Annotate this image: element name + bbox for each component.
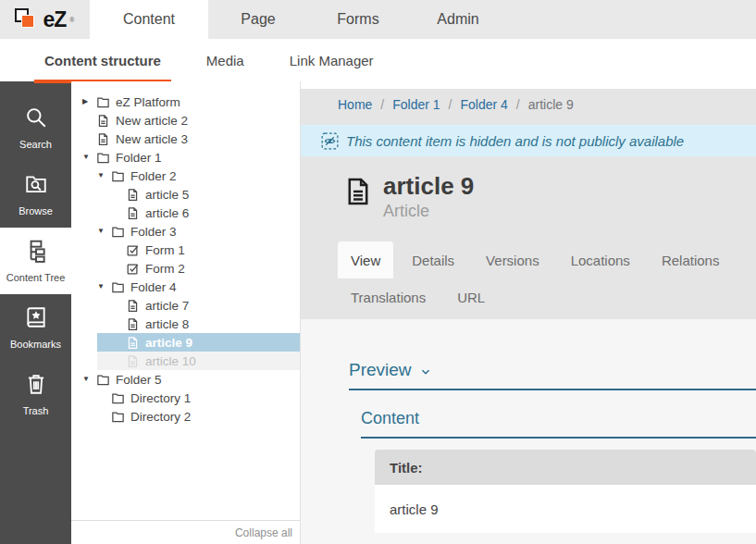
page-header-block: Home/Folder 1/Folder 4/article 9 This co…	[301, 89, 756, 319]
content-type-label: Article	[383, 202, 474, 221]
article-icon	[126, 354, 140, 368]
top-tab-page[interactable]: Page	[208, 0, 308, 39]
tree-item-article-9[interactable]: article 9	[97, 333, 300, 352]
tree-item-new-article-3[interactable]: New article 3	[82, 130, 300, 148]
tree-item-label: Folder 5	[116, 373, 162, 387]
ez-platform-admin-app: eZ ® ContentPageFormsAdmin Content struc…	[0, 0, 756, 544]
top-tab-content[interactable]: Content	[90, 0, 208, 39]
folder-icon	[96, 95, 110, 109]
tree-item-article-10[interactable]: article 10	[97, 352, 300, 370]
sidebar-item-trash[interactable]: Trash	[0, 361, 71, 427]
form-icon	[126, 243, 140, 257]
folder-icon	[96, 373, 110, 387]
article-icon	[96, 114, 110, 128]
expand-arrow-icon[interactable]: ▶	[82, 93, 96, 111]
tree-item-label: article 7	[145, 299, 189, 313]
tree-item-article-5[interactable]: article 5	[97, 185, 300, 204]
tree-item-label: article 6	[145, 206, 189, 220]
collapse-arrow-icon[interactable]: ▼	[82, 370, 96, 389]
left-sidebar: SearchBrowseContent TreeBookmarksTrash	[0, 81, 71, 544]
tab-view[interactable]: View	[338, 241, 393, 278]
folder-icon	[111, 169, 125, 183]
hidden-eye-icon	[321, 132, 339, 150]
field-value-title: article 9	[375, 485, 756, 533]
article-icon	[342, 173, 374, 221]
main-top-gap	[301, 81, 756, 89]
content-title-area: article 9 Article	[301, 156, 756, 221]
breadcrumb-link-home[interactable]: Home	[338, 97, 372, 112]
tab-details[interactable]: Details	[399, 241, 467, 278]
tree-item-new-article-2[interactable]: New article 2	[82, 111, 300, 130]
tree-item-folder-4[interactable]: ▼Folder 4	[82, 278, 300, 296]
tree-item-label: article 8	[145, 317, 189, 331]
sub-tab-link-manager[interactable]: Link Manager	[279, 39, 384, 81]
tree-item-form-1[interactable]: Form 1	[97, 241, 300, 259]
top-tab-admin[interactable]: Admin	[408, 0, 508, 39]
article-icon	[126, 299, 140, 313]
tree-item-folder-3[interactable]: ▼Folder 3	[82, 222, 300, 241]
tree-item-article-6[interactable]: article 6	[97, 204, 300, 222]
tree-item-label: New article 3	[116, 132, 188, 146]
breadcrumb-current: article 9	[528, 97, 574, 112]
breadcrumb-separator: /	[516, 97, 520, 112]
collapse-arrow-icon[interactable]: ▼	[82, 148, 96, 167]
breadcrumb-link-folder-1[interactable]: Folder 1	[392, 97, 440, 112]
tree-item-folder-2[interactable]: ▼Folder 2	[82, 167, 300, 185]
sidebar-item-label: Trash	[23, 405, 49, 416]
sidebar-item-bookmarks[interactable]: Bookmarks	[0, 294, 71, 361]
sub-nav-tabs: Content structureMediaLink Manager	[0, 39, 756, 81]
article-icon	[126, 317, 140, 331]
content-tree-icon	[24, 239, 48, 266]
preview-section-toggle[interactable]: Preview	[349, 360, 756, 380]
tab-versions[interactable]: Versions	[473, 241, 552, 278]
tree-item-label: article 9	[145, 336, 192, 350]
collapse-arrow-icon[interactable]: ▼	[97, 222, 111, 241]
tree-item-ez-platform[interactable]: ▶eZ Platform	[82, 93, 300, 111]
tree-item-label: Directory 1	[130, 391, 191, 405]
tree-item-label: New article 2	[116, 114, 188, 128]
sidebar-item-browse[interactable]: Browse	[0, 161, 71, 228]
article-icon	[126, 336, 140, 350]
breadcrumb: Home/Folder 1/Folder 4/article 9	[301, 89, 756, 119]
sidebar-item-search[interactable]: Search	[0, 94, 71, 161]
tree-item-directory-1[interactable]: Directory 1	[82, 389, 300, 407]
tree-item-label: Folder 4	[130, 280, 177, 294]
tab-relations[interactable]: Relations	[649, 241, 733, 278]
chevron-down-icon	[419, 365, 432, 378]
sub-tab-media[interactable]: Media	[196, 39, 254, 81]
tree-item-label: Folder 3	[130, 225, 177, 239]
tree-item-article-8[interactable]: article 8	[97, 315, 300, 333]
tab-translations[interactable]: Translations	[338, 278, 439, 315]
sub-tab-content-structure[interactable]: Content structure	[34, 39, 171, 81]
browse-icon	[24, 172, 48, 200]
notice-text: This content item is hidden and is not p…	[346, 133, 684, 149]
breadcrumb-link-folder-4[interactable]: Folder 4	[461, 97, 508, 112]
tree-item-form-2[interactable]: Form 2	[97, 259, 300, 278]
top-bar: eZ ® ContentPageFormsAdmin	[0, 0, 756, 39]
tab-url[interactable]: URL	[444, 278, 498, 315]
tree-item-folder-1[interactable]: ▼Folder 1	[82, 148, 300, 167]
article-icon	[96, 132, 110, 146]
tree-item-article-7[interactable]: article 7	[97, 296, 300, 315]
collapse-arrow-icon[interactable]: ▼	[97, 167, 111, 185]
bookmarks-icon	[24, 305, 48, 333]
tree-item-directory-2[interactable]: Directory 2	[82, 407, 300, 426]
tab-locations[interactable]: Locations	[558, 241, 643, 278]
ez-logo-icon	[15, 7, 39, 31]
form-icon	[126, 262, 140, 276]
top-nav-tabs: ContentPageFormsAdmin	[90, 0, 508, 39]
tree-item-folder-5[interactable]: ▼Folder 5	[82, 370, 300, 389]
trash-icon	[24, 372, 48, 400]
sidebar-item-content-tree[interactable]: Content Tree	[0, 228, 71, 294]
tree-item-label: Directory 2	[130, 410, 191, 424]
folder-icon	[111, 225, 125, 239]
top-tab-forms[interactable]: Forms	[308, 0, 408, 39]
content-section-label: Content	[361, 409, 756, 428]
sidebar-item-label: Browse	[19, 205, 53, 216]
collapse-all-button[interactable]: Collapse all	[71, 520, 300, 544]
ez-logo-text: eZ	[43, 7, 66, 32]
tree-item-label: Form 1	[145, 243, 185, 257]
page-title: article 9	[383, 173, 474, 199]
collapse-arrow-icon[interactable]: ▼	[97, 278, 111, 296]
ez-logo[interactable]: eZ ®	[0, 0, 90, 39]
